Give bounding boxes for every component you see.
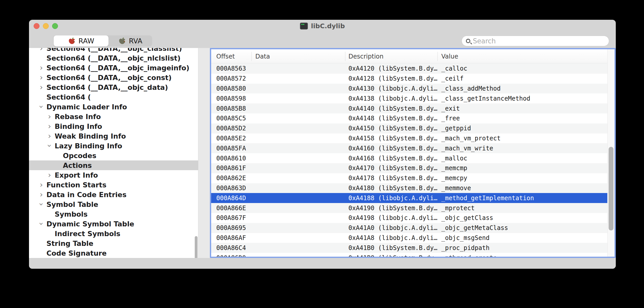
sidebar-item-label: Code Signature bbox=[46, 249, 107, 257]
table-row[interactable]: 000A867F0xA4198 (libobjc.A.dyli…_objc_ge… bbox=[211, 213, 607, 223]
sidebar-item-code-signature[interactable]: Code Signature bbox=[29, 248, 198, 258]
cell-offset: 000A85E2 bbox=[216, 133, 246, 143]
cell-value: _malloc bbox=[441, 153, 467, 163]
sidebar-item-section64-data-objc-nlclslist[interactable]: Section64 (__DATA,__objc_nlclslist) bbox=[29, 53, 198, 63]
table-row[interactable]: 000A86AF0xA41A8 (libobjc.A.dyli…_objc_ms… bbox=[211, 233, 607, 243]
sidebar-item-label: Rebase Info bbox=[55, 113, 101, 121]
cell-description: 0xA4170 (libSystem.B.dy… bbox=[348, 163, 437, 173]
sidebar-item-rebase-info[interactable]: ›Rebase Info bbox=[29, 112, 198, 121]
sidebar-item-weak-binding-info[interactable]: ›Weak Binding Info bbox=[29, 131, 198, 141]
chevron-right-icon[interactable]: › bbox=[38, 191, 44, 198]
table-row[interactable]: 000A85E20xA4158 (libSystem.B.dy…_mach_vm… bbox=[211, 133, 607, 143]
sidebar-item-lazy-binding-info[interactable]: ›Lazy Binding Info bbox=[29, 141, 198, 151]
table-row[interactable]: 000A85800xA4130 (libobjc.A.dyli…_class_a… bbox=[211, 84, 607, 94]
chevron-right-icon[interactable]: › bbox=[38, 83, 44, 91]
table-row[interactable]: 000A86100xA4168 (libSystem.B.dy…_malloc bbox=[211, 153, 607, 163]
cell-description: 0xA4140 (libSystem.B.dy… bbox=[348, 103, 437, 113]
table-row[interactable]: 000A85FA0xA4160 (libSystem.B.dy…_mach_vm… bbox=[211, 143, 607, 153]
sidebar-item-label: Actions bbox=[63, 161, 92, 169]
table-scrollbar-track[interactable] bbox=[607, 49, 614, 257]
chevron-right-icon[interactable]: › bbox=[38, 64, 44, 72]
search-input[interactable]: Search bbox=[462, 36, 609, 46]
table-row[interactable]: 000A86D90xA41B8 (libSystem.B.dy…_pthread… bbox=[211, 253, 607, 258]
pane-splitter[interactable] bbox=[199, 48, 210, 258]
sidebar-item-label: Section64 (__DATA,__objc_nlclslist) bbox=[46, 54, 180, 62]
table-row[interactable]: 000A862E0xA4178 (libSystem.B.dy…_memcpy bbox=[211, 173, 607, 183]
cell-description: 0xA4150 (libSystem.B.dy… bbox=[348, 123, 437, 133]
cell-description: 0xA4158 (libSystem.B.dy… bbox=[348, 133, 437, 143]
sidebar-item-function-starts[interactable]: ›Function Starts bbox=[29, 180, 198, 190]
cell-value: _memcpy bbox=[441, 173, 467, 183]
table-row[interactable]: 000A85980xA4138 (libobjc.A.dyli…_class_g… bbox=[211, 93, 607, 103]
cell-description: 0xA41A8 (libobjc.A.dyli… bbox=[348, 233, 437, 243]
cell-offset: 000A866E bbox=[216, 203, 246, 213]
sidebar-item-indirect-symbols[interactable]: Indirect Symbols bbox=[29, 229, 198, 238]
table-row[interactable]: 000A85C50xA4148 (libSystem.B.dy…_free bbox=[211, 113, 607, 123]
table-row[interactable]: 000A85B80xA4140 (libSystem.B.dy…_exit bbox=[211, 103, 607, 113]
executable-file-icon bbox=[300, 23, 308, 30]
sidebar-scrollbar[interactable] bbox=[195, 236, 198, 258]
sidebar-item-data-in-code-entries[interactable]: ›Data in Code Entries bbox=[29, 190, 198, 199]
table-scrollbar[interactable] bbox=[609, 147, 613, 230]
table-row[interactable]: 000A86950xA41A0 (libobjc.A.dyli…_objc_ge… bbox=[211, 223, 607, 233]
sidebar-item-label: Lazy Binding Info bbox=[55, 142, 122, 150]
sidebar-item-section64-data-objc-imageinfo[interactable]: ›Section64 (__DATA,__objc_imageinfo) bbox=[29, 63, 198, 73]
cell-description: 0xA4168 (libSystem.B.dy… bbox=[348, 153, 437, 163]
cell-offset: 000A863D bbox=[216, 183, 246, 193]
sidebar-item-dynamic-loader-info[interactable]: ›Dynamic Loader Info bbox=[29, 102, 198, 112]
sidebar-item-section64-data-objc-data[interactable]: ›Section64 (__DATA,__objc_data) bbox=[29, 82, 198, 92]
sidebar-item-label: Symbol Table bbox=[46, 200, 98, 208]
table-row[interactable]: 000A85D20xA4150 (libSystem.B.dy…_getppid bbox=[211, 123, 607, 133]
chevron-down-icon[interactable]: › bbox=[37, 201, 45, 207]
chevron-down-icon[interactable]: › bbox=[37, 221, 45, 227]
column-divider[interactable] bbox=[437, 52, 438, 61]
column-header-data[interactable]: Data bbox=[255, 49, 270, 63]
column-divider[interactable] bbox=[345, 52, 345, 61]
cell-description: 0xA4130 (libobjc.A.dyli… bbox=[348, 84, 437, 94]
column-header-offset[interactable]: Offset bbox=[216, 49, 235, 63]
window-bottom-bar bbox=[29, 258, 616, 269]
column-header-value[interactable]: Value bbox=[441, 49, 458, 63]
sidebar-item-actions[interactable]: Actions bbox=[29, 160, 198, 170]
table-row[interactable]: 000A85630xA4120 (libSystem.B.dy…_calloc bbox=[211, 64, 607, 74]
column-header-description[interactable]: Description bbox=[348, 49, 384, 63]
sidebar-item-opcodes[interactable]: Opcodes bbox=[29, 151, 198, 160]
table-row[interactable]: 000A866E0xA4190 (libSystem.B.dy…_mprotec… bbox=[211, 203, 607, 213]
cell-description: 0xA4148 (libSystem.B.dy… bbox=[348, 113, 437, 123]
chevron-down-icon[interactable]: › bbox=[37, 104, 45, 110]
sidebar-item-section64[interactable]: Section64 ( bbox=[29, 92, 198, 102]
table-row[interactable]: 000A85720xA4128 (libSystem.B.dy…_ceilf bbox=[211, 74, 607, 84]
sidebar-item-binding-info[interactable]: ›Binding Info bbox=[29, 121, 198, 131]
segment-rva-label: RVA bbox=[129, 37, 142, 45]
sidebar-item-export-info[interactable]: ›Export Info bbox=[29, 170, 198, 180]
search-placeholder: Search bbox=[473, 37, 496, 45]
cell-offset: 000A85FA bbox=[216, 143, 246, 153]
chevron-right-icon[interactable]: › bbox=[38, 181, 44, 189]
chevron-right-icon[interactable]: › bbox=[46, 113, 53, 120]
cell-value: _pthread_create bbox=[441, 253, 497, 258]
sidebar-item-section64-data-objc-const[interactable]: ›Section64 (__DATA,__objc_const) bbox=[29, 73, 198, 82]
chevron-right-icon[interactable]: › bbox=[46, 171, 53, 179]
cell-value: _exit bbox=[441, 103, 460, 113]
chevron-right-icon[interactable]: › bbox=[38, 48, 44, 52]
chevron-right-icon[interactable]: › bbox=[46, 122, 53, 130]
table-row[interactable]: 000A863D0xA4180 (libSystem.B.dy…_memmove bbox=[211, 183, 607, 193]
segment-raw[interactable]: RAW bbox=[54, 35, 109, 46]
cell-offset: 000A86C4 bbox=[216, 243, 246, 253]
sidebar-item-symbol-table[interactable]: ›Symbol Table bbox=[29, 199, 198, 209]
column-divider[interactable] bbox=[251, 52, 252, 61]
segment-rva[interactable]: RVA bbox=[109, 35, 152, 46]
sidebar-item-symbols[interactable]: Symbols bbox=[29, 209, 198, 219]
table-row[interactable]: 000A864D0xA4188 (libobjc.A.dyli…_method_… bbox=[211, 193, 607, 203]
sidebar-item-string-table[interactable]: String Table bbox=[29, 238, 198, 248]
chevron-right-icon[interactable]: › bbox=[46, 132, 53, 140]
table-row[interactable]: 000A86C40xA41B0 (libSystem.B.dy…_proc_pi… bbox=[211, 243, 607, 253]
chevron-right-icon[interactable]: › bbox=[38, 74, 44, 81]
cell-value: _memmove bbox=[441, 183, 471, 193]
sidebar-item-section64-data-objc-classlist[interactable]: ›Section64 (__DATA,__objc_classlist) bbox=[29, 48, 198, 53]
table-row[interactable]: 000A861F0xA4170 (libSystem.B.dy…_memcmp bbox=[211, 163, 607, 173]
sidebar-item-label: Function Starts bbox=[46, 181, 106, 189]
chevron-down-icon[interactable]: › bbox=[46, 143, 53, 149]
cell-description: 0xA4138 (libobjc.A.dyli… bbox=[348, 93, 437, 103]
sidebar-item-dynamic-symbol-table[interactable]: ›Dynamic Symbol Table bbox=[29, 219, 198, 229]
